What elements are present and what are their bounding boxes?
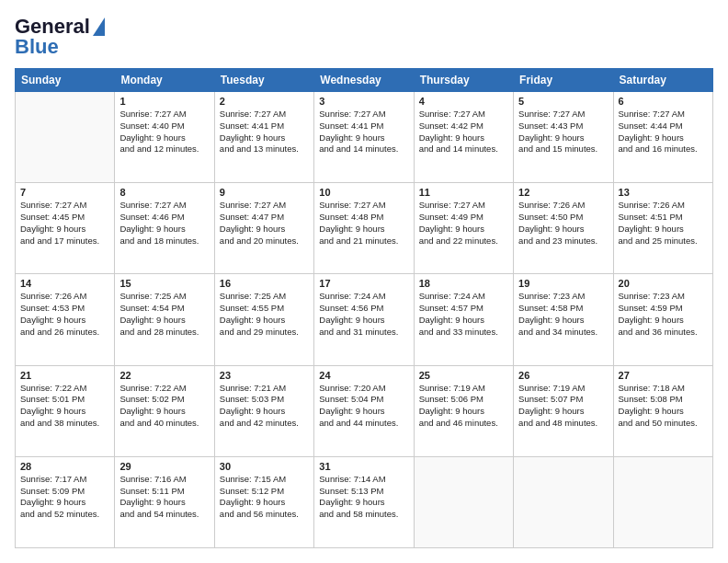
day-cell xyxy=(414,456,513,547)
sunset: Sunset: 5:09 PM xyxy=(20,486,109,498)
sunset: Sunset: 4:46 PM xyxy=(119,212,209,224)
daylight-line2: and and 12 minutes. xyxy=(119,144,209,155)
sunrise: Sunrise: 7:27 AM xyxy=(220,109,309,121)
day-cell: 11Sunrise: 7:27 AMSunset: 4:49 PMDayligh… xyxy=(414,183,513,274)
col-header-sunday: Sunday xyxy=(16,69,115,92)
sunset: Sunset: 4:44 PM xyxy=(619,121,708,132)
daylight-line1: Daylight: 9 hours xyxy=(419,224,508,236)
sunrise: Sunrise: 7:26 AM xyxy=(518,200,608,212)
day-number: 11 xyxy=(419,187,508,198)
day-cell: 20Sunrise: 7:23 AMSunset: 4:59 PMDayligh… xyxy=(613,274,712,365)
col-header-tuesday: Tuesday xyxy=(214,69,313,92)
col-header-thursday: Thursday xyxy=(414,69,513,92)
daylight-line1: Daylight: 9 hours xyxy=(119,315,209,327)
day-cell: 18Sunrise: 7:24 AMSunset: 4:57 PMDayligh… xyxy=(414,274,513,365)
daylight-line1: Daylight: 9 hours xyxy=(319,497,408,509)
sunrise: Sunrise: 7:27 AM xyxy=(119,200,209,212)
sunrise: Sunrise: 7:22 AM xyxy=(20,383,109,395)
daylight-line1: Daylight: 9 hours xyxy=(619,132,708,144)
day-cell: 6Sunrise: 7:27 AMSunset: 4:44 PMDaylight… xyxy=(613,92,712,183)
sunset: Sunset: 5:02 PM xyxy=(119,394,209,406)
daylight-line2: and and 13 minutes. xyxy=(220,144,309,155)
sunrise: Sunrise: 7:21 AM xyxy=(220,383,309,395)
daylight-line1: Daylight: 9 hours xyxy=(220,132,309,144)
sunrise: Sunrise: 7:27 AM xyxy=(319,200,408,212)
sunrise: Sunrise: 7:14 AM xyxy=(319,474,408,486)
day-number: 2 xyxy=(220,96,309,107)
daylight-line2: and and 14 minutes. xyxy=(319,144,408,155)
day-cell: 13Sunrise: 7:26 AMSunset: 4:51 PMDayligh… xyxy=(613,183,712,274)
sunrise: Sunrise: 7:27 AM xyxy=(518,109,608,121)
daylight-line1: Daylight: 9 hours xyxy=(319,406,408,418)
day-number: 3 xyxy=(319,96,408,107)
daylight-line1: Daylight: 9 hours xyxy=(319,132,408,144)
sunrise: Sunrise: 7:19 AM xyxy=(518,383,608,395)
sunset: Sunset: 5:06 PM xyxy=(419,394,508,406)
sunset: Sunset: 5:04 PM xyxy=(319,394,408,406)
daylight-line2: and and 22 minutes. xyxy=(419,236,508,247)
sunrise: Sunrise: 7:15 AM xyxy=(220,474,309,486)
daylight-line1: Daylight: 9 hours xyxy=(319,224,408,236)
daylight-line1: Daylight: 9 hours xyxy=(220,406,309,418)
sunset: Sunset: 4:42 PM xyxy=(419,121,508,132)
daylight-line1: Daylight: 9 hours xyxy=(220,224,309,236)
logo: General Blue xyxy=(15,15,105,59)
day-cell: 16Sunrise: 7:25 AMSunset: 4:55 PMDayligh… xyxy=(214,274,313,365)
day-number: 18 xyxy=(419,278,508,289)
day-cell: 26Sunrise: 7:19 AMSunset: 5:07 PMDayligh… xyxy=(514,365,613,456)
sunset: Sunset: 4:50 PM xyxy=(518,212,608,224)
daylight-line2: and and 26 minutes. xyxy=(20,327,109,339)
sunset: Sunset: 5:12 PM xyxy=(220,486,309,498)
day-number: 27 xyxy=(619,370,708,381)
day-number: 7 xyxy=(20,187,109,198)
daylight-line2: and and 20 minutes. xyxy=(220,236,309,247)
daylight-line2: and and 16 minutes. xyxy=(619,144,708,155)
week-row-1: 1Sunrise: 7:27 AMSunset: 4:40 PMDaylight… xyxy=(16,92,713,183)
daylight-line2: and and 38 minutes. xyxy=(20,418,109,430)
daylight-line2: and and 15 minutes. xyxy=(518,144,608,155)
day-cell: 3Sunrise: 7:27 AMSunset: 4:41 PMDaylight… xyxy=(314,92,414,183)
col-header-friday: Friday xyxy=(514,69,613,92)
sunset: Sunset: 4:56 PM xyxy=(319,303,408,315)
daylight-line1: Daylight: 9 hours xyxy=(119,224,209,236)
sunrise: Sunrise: 7:22 AM xyxy=(119,383,209,395)
daylight-line2: and and 23 minutes. xyxy=(518,236,608,247)
sunset: Sunset: 4:40 PM xyxy=(119,121,209,132)
daylight-line2: and and 42 minutes. xyxy=(220,418,309,430)
sunrise: Sunrise: 7:27 AM xyxy=(220,200,309,212)
day-cell: 8Sunrise: 7:27 AMSunset: 4:46 PMDaylight… xyxy=(115,183,214,274)
day-cell: 14Sunrise: 7:26 AMSunset: 4:53 PMDayligh… xyxy=(16,274,115,365)
sunrise: Sunrise: 7:27 AM xyxy=(319,109,408,121)
day-number: 1 xyxy=(119,96,209,107)
daylight-line1: Daylight: 9 hours xyxy=(518,132,608,144)
logo-blue: Blue xyxy=(15,35,59,59)
day-cell: 28Sunrise: 7:17 AMSunset: 5:09 PMDayligh… xyxy=(16,456,115,547)
daylight-line1: Daylight: 9 hours xyxy=(119,497,209,509)
week-row-5: 28Sunrise: 7:17 AMSunset: 5:09 PMDayligh… xyxy=(16,456,713,547)
day-number: 15 xyxy=(119,278,209,289)
day-number: 9 xyxy=(220,187,309,198)
daylight-line1: Daylight: 9 hours xyxy=(419,132,508,144)
daylight-line1: Daylight: 9 hours xyxy=(518,315,608,327)
daylight-line1: Daylight: 9 hours xyxy=(220,497,309,509)
day-number: 29 xyxy=(119,461,209,472)
day-number: 16 xyxy=(220,278,309,289)
sunrise: Sunrise: 7:23 AM xyxy=(619,291,708,303)
daylight-line1: Daylight: 9 hours xyxy=(20,497,109,509)
sunset: Sunset: 4:45 PM xyxy=(20,212,109,224)
day-cell: 23Sunrise: 7:21 AMSunset: 5:03 PMDayligh… xyxy=(214,365,313,456)
sunrise: Sunrise: 7:18 AM xyxy=(619,383,708,395)
day-cell: 9Sunrise: 7:27 AMSunset: 4:47 PMDaylight… xyxy=(214,183,313,274)
daylight-line2: and and 46 minutes. xyxy=(419,418,508,430)
day-number: 31 xyxy=(319,461,408,472)
day-cell: 10Sunrise: 7:27 AMSunset: 4:48 PMDayligh… xyxy=(314,183,414,274)
daylight-line1: Daylight: 9 hours xyxy=(220,315,309,327)
col-header-saturday: Saturday xyxy=(613,69,712,92)
daylight-line2: and and 52 minutes. xyxy=(20,509,109,521)
sunrise: Sunrise: 7:20 AM xyxy=(319,383,408,395)
col-header-wednesday: Wednesday xyxy=(314,69,414,92)
daylight-line2: and and 21 minutes. xyxy=(319,236,408,247)
day-number: 13 xyxy=(619,187,708,198)
daylight-line1: Daylight: 9 hours xyxy=(20,406,109,418)
daylight-line1: Daylight: 9 hours xyxy=(119,132,209,144)
